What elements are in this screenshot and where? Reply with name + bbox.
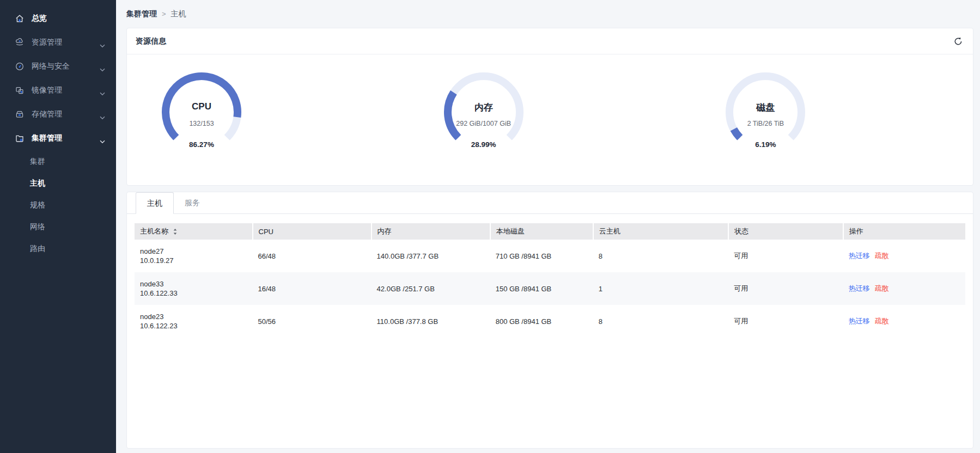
gauge-col-disk: 磁盘 2 TiB/26 TiB 6.19% [691,72,973,168]
sidebar-item-storage-mgmt[interactable]: 存储管理 [0,102,116,126]
tab-bar: 主机 服务 [127,192,973,214]
breadcrumb-cluster-mgmt[interactable]: 集群管理 [126,9,157,19]
cell-memory: 140.0GB /377.7 GB [372,240,490,272]
breadcrumb-separator: > [162,10,166,18]
sidebar-item-spec[interactable]: 规格 [0,194,116,216]
cpu-gauge: CPU 132/153 86.27% [155,72,248,168]
sidebar-item-cluster-mgmt[interactable]: 集群管理 [0,126,116,150]
sidebar: 总览 资源管理 网络与安全 镜像管理 [0,0,116,453]
table-row: node3310.6.122.33 16/48 42.0GB /251.7 GB… [135,272,965,305]
memory-gauge: 内存 292 GiB/1007 GiB 28.99% [437,72,530,168]
live-migrate-link[interactable]: 热迁移 [849,252,870,260]
gauge-col-memory: 内存 292 GiB/1007 GiB 28.99% [409,72,691,168]
tab-hosts[interactable]: 主机 [136,192,174,214]
sidebar-item-label: 网络与安全 [32,62,100,71]
gauge-percent: 28.99% [437,140,530,149]
sort-icon[interactable] [173,228,178,235]
breadcrumb: 集群管理 > 主机 [126,0,973,28]
live-migrate-link[interactable]: 热迁移 [849,317,870,325]
cell-cpu: 16/48 [253,272,372,305]
cell-cpu: 50/56 [253,305,372,338]
gauge-row: CPU 132/153 86.27% 内存 292 GiB/1007 GiB 2… [127,54,973,168]
status-text: 可用 [728,305,843,338]
cell-memory: 110.0GB /377.8 GB [372,305,490,338]
hosts-table: 主机名称 CPU 内存 本地磁盘 云主机 状态 操作 [135,223,965,338]
disk-gauge: 磁盘 2 TiB/26 TiB 6.19% [719,72,812,168]
column-header-memory: 内存 [372,223,490,240]
table-row: node2710.0.19.27 66/48 140.0GB /377.7 GB… [135,240,965,272]
chevron-down-icon [100,65,105,69]
host-name: node23 [140,312,253,321]
cell-memory: 42.0GB /251.7 GB [372,272,490,305]
status-text: 可用 [728,272,843,305]
sidebar-item-network[interactable]: 网络 [0,216,116,237]
sidebar-item-label: 集群管理 [32,133,100,143]
table-header-row: 主机名称 CPU 内存 本地磁盘 云主机 状态 操作 [135,223,965,240]
storage-icon [15,109,25,119]
evacuate-link[interactable]: 疏散 [875,284,889,292]
sidebar-item-image-mgmt[interactable]: 镜像管理 [0,78,116,102]
cell-local-disk: 710 GB /8941 GB [490,240,593,272]
gauge-title: 磁盘 [719,101,812,114]
sidebar-item-label: 资源管理 [32,38,100,47]
resource-info-card: 资源信息 CPU 132/153 86.27% [126,28,973,186]
hosts-card: 主机 服务 主机名称 [126,192,973,449]
gauge-percent: 86.27% [155,140,248,149]
sidebar-item-network-security[interactable]: 网络与安全 [0,54,116,78]
cell-vms: 8 [593,305,729,338]
sidebar-item-resource-mgmt[interactable]: 资源管理 [0,30,116,54]
host-ip: 10.6.122.23 [140,321,253,330]
resource-icon [15,38,25,47]
column-header-cpu: CPU [253,223,372,240]
host-name: node33 [140,279,253,289]
cell-cpu: 66/48 [253,240,372,272]
column-header-actions: 操作 [843,223,965,240]
cluster-icon [15,133,25,143]
sidebar-item-overview[interactable]: 总览 [0,7,116,30]
evacuate-link[interactable]: 疏散 [875,317,889,325]
column-header-vms: 云主机 [593,223,729,240]
gauge-value: 2 TiB/26 TiB [719,120,812,127]
cell-vms: 8 [593,240,729,272]
chevron-down-icon [100,113,105,117]
sidebar-item-cluster[interactable]: 集群 [0,150,116,172]
column-header-hostname[interactable]: 主机名称 [135,223,253,240]
host-ip: 10.6.122.33 [140,289,253,298]
home-icon [15,14,25,23]
main-content: 集群管理 > 主机 资源信息 CPU [116,0,980,453]
chevron-down-icon [100,89,105,93]
gauge-title: CPU [155,101,248,112]
sidebar-item-host[interactable]: 主机 [0,172,116,194]
network-security-icon [15,62,25,71]
chevron-down-icon [100,137,105,140]
refresh-icon[interactable] [952,35,964,47]
cell-local-disk: 800 GB /8941 GB [490,305,593,338]
live-migrate-link[interactable]: 热迁移 [849,284,870,292]
column-header-status: 状态 [728,223,843,240]
image-icon [15,85,25,95]
gauge-value: 132/153 [155,120,248,127]
column-header-label: 主机名称 [140,226,168,236]
sidebar-item-label: 镜像管理 [32,85,100,95]
sidebar-item-label: 总览 [32,14,105,23]
resource-card-header: 资源信息 [127,28,973,54]
gauge-title: 内存 [437,101,530,114]
cell-vms: 1 [593,272,729,305]
gauge-percent: 6.19% [719,140,812,149]
sidebar-submenu-cluster: 集群 主机 规格 网络 路由 [0,150,116,259]
resource-card-title: 资源信息 [136,36,952,46]
column-header-local-disk: 本地磁盘 [490,223,593,240]
evacuate-link[interactable]: 疏散 [875,252,889,260]
breadcrumb-host: 主机 [171,9,186,19]
gauge-value: 292 GiB/1007 GiB [437,120,530,127]
app-root: 总览 资源管理 网络与安全 镜像管理 [0,0,980,453]
tab-services[interactable]: 服务 [174,192,211,214]
cell-local-disk: 150 GB /8941 GB [490,272,593,305]
host-name: node27 [140,247,253,256]
sidebar-item-label: 存储管理 [32,109,100,119]
gauge-col-cpu: CPU 132/153 86.27% [127,72,409,168]
sidebar-item-route[interactable]: 路由 [0,237,116,259]
status-text: 可用 [728,240,843,272]
chevron-down-icon [100,41,105,45]
table-row: node2310.6.122.23 50/56 110.0GB /377.8 G… [135,305,965,338]
